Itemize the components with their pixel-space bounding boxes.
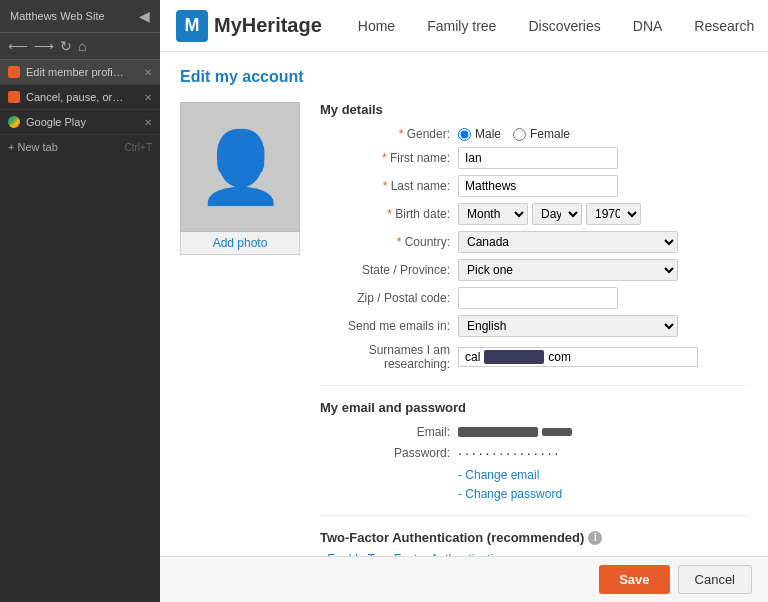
zip-input[interactable] [458,287,618,309]
state-row: State / Province: Pick one [320,259,748,281]
email-password-title: My email and password [320,400,748,415]
nav-links: Home Family tree Discoveries DNA Researc… [342,2,768,50]
country-select[interactable]: Canada [458,231,678,253]
two-factor-heading: Two-Factor Authentication (recommended) … [320,530,748,545]
photo-placeholder: 👤 [180,102,300,232]
back-icon[interactable]: ⟵ [8,38,28,54]
country-row: * Country: Canada [320,231,748,253]
save-button[interactable]: Save [599,565,669,594]
logo-icon: M [176,10,208,42]
zip-label: Zip / Postal code: [320,291,450,305]
home-icon[interactable]: ⌂ [78,38,86,54]
tab-close-icon-3[interactable]: ✕ [144,117,152,128]
nav-family-tree[interactable]: Family tree [411,2,512,50]
birthdate-label: * Birth date: [320,207,450,221]
password-label: Password: [320,446,450,460]
tab-cancel-pause[interactable]: Cancel, pause, or change a subs... ✕ [0,85,160,110]
page-content: Edit my account 👤 Add photo My details *… [160,52,768,556]
password-row: Password: ··············· [320,445,748,461]
divider-1 [320,385,748,386]
state-select[interactable]: Pick one [458,259,678,281]
firstname-label: * First name: [320,151,450,165]
tab-close-icon[interactable]: ✕ [144,67,152,78]
change-password-link[interactable]: - Change password [458,487,562,501]
new-tab-button[interactable]: + New tab Ctrl+T [0,135,160,159]
sidebar-header: Matthews Web Site ◀ [0,0,160,33]
emails-label: Send me emails in: [320,319,450,333]
country-label: * Country: [320,235,450,249]
firstname-input[interactable] [458,147,618,169]
collapse-icon[interactable]: ◀ [139,8,150,24]
page-title: Edit my account [180,68,748,86]
surnames-suffix: com [548,350,571,364]
nav-home[interactable]: Home [342,2,411,50]
email-bar-2 [542,428,572,436]
password-dots: ··············· [458,445,561,461]
emails-select[interactable]: English [458,315,678,337]
lastname-label: * Last name: [320,179,450,193]
add-photo-button[interactable]: Add photo [180,232,300,255]
gender-female-label: Female [530,127,570,141]
tab-favicon-myheritage [8,66,20,78]
tab-label: Edit member profile - Matthews... [26,66,126,78]
surnames-label: Surnames I am researching: [320,343,450,371]
tab-close-icon-2[interactable]: ✕ [144,92,152,103]
lastname-input[interactable] [458,175,618,197]
birthdate-group: Month Day 1970 [458,203,641,225]
cancel-button[interactable]: Cancel [678,565,752,594]
email-label: Email: [320,425,450,439]
birthdate-year-select[interactable]: 1970 [586,203,641,225]
nav-dna[interactable]: DNA [617,2,679,50]
site-nav: M MyHeritage Home Family tree Discoverie… [160,0,768,52]
state-label: State / Province: [320,263,450,277]
surnames-masked [484,350,544,364]
birthdate-month-select[interactable]: Month [458,203,528,225]
firstname-row: * First name: [320,147,748,169]
tab-label-2: Cancel, pause, or change a subs... [26,91,126,103]
email-row: Email: [320,425,748,439]
browser-title-text: Matthews Web Site [10,10,105,22]
nav-discoveries[interactable]: Discoveries [512,2,616,50]
lastname-row: * Last name: [320,175,748,197]
gender-radio-group: Male Female [458,127,570,141]
surnames-row: Surnames I am researching: cal com [320,343,748,371]
email-bar-1 [458,427,538,437]
gender-male-label: Male [475,127,501,141]
tab-favicon-3 [8,116,20,128]
tab-favicon-2 [8,91,20,103]
new-tab-shortcut: Ctrl+T [125,142,153,153]
two-factor-info-icon[interactable]: i [588,531,602,545]
browser-title: Matthews Web Site [10,10,105,22]
logo[interactable]: M MyHeritage [176,10,322,42]
email-masked [458,427,572,437]
birthdate-day-select[interactable]: Day [532,203,582,225]
gender-row: * Gender: Male Female [320,127,748,141]
gender-female-option[interactable]: Female [513,127,570,141]
emails-row: Send me emails in: English [320,315,748,337]
action-bar: Save Cancel [160,556,768,602]
zip-row: Zip / Postal code: [320,287,748,309]
tab-edit-member[interactable]: Edit member profile - Matthews... ✕ [0,60,160,85]
tabs-list: ⟵ ⟶ ↻ ⌂ Edit member profile - Matthews..… [0,33,160,602]
change-email-link[interactable]: - Change email [458,468,539,482]
photo-section: 👤 Add photo [180,102,300,556]
gender-label: * Gender: [320,127,450,141]
edit-layout: 👤 Add photo My details * Gender: Male [180,102,748,556]
birthdate-row: * Birth date: Month Day 1970 [320,203,748,225]
silhouette-icon: 👤 [197,132,284,202]
forward-icon[interactable]: ⟶ [34,38,54,54]
refresh-icon[interactable]: ↻ [60,38,72,54]
logo-text: MyHeritage [214,14,322,37]
gender-male-radio[interactable] [458,128,471,141]
new-tab-label: + New tab [8,141,58,153]
my-details-title: My details [320,102,748,117]
form-section: My details * Gender: Male Female [320,102,748,556]
gender-male-option[interactable]: Male [458,127,501,141]
tab-google-play[interactable]: Google Play ✕ [0,110,160,135]
nav-research[interactable]: Research [678,2,768,50]
gender-female-radio[interactable] [513,128,526,141]
sidebar: Matthews Web Site ◀ ⟵ ⟶ ↻ ⌂ Edit member … [0,0,160,602]
tab-label-3: Google Play [26,116,86,128]
main-area: M MyHeritage Home Family tree Discoverie… [160,0,768,602]
divider-2 [320,515,748,516]
